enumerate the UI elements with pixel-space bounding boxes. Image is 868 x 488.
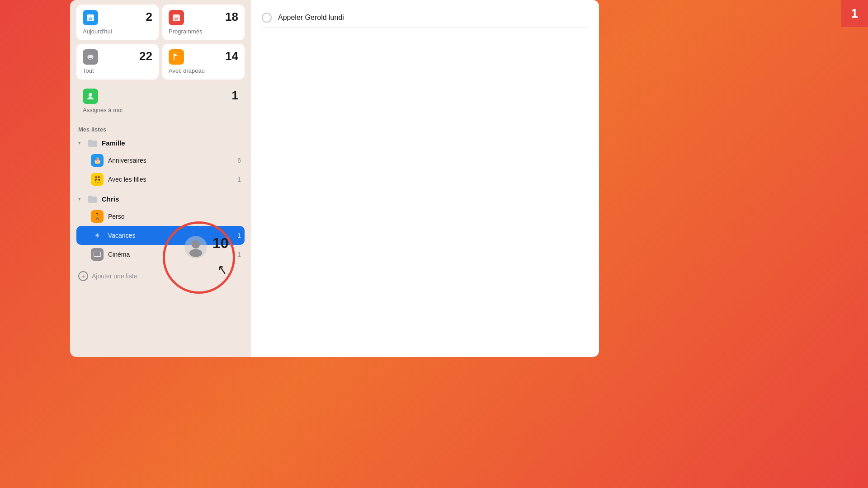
famille-group-name: Famille xyxy=(102,139,125,147)
badge-count: 1 xyxy=(851,6,858,21)
add-list-label: Ajouter une liste xyxy=(92,272,137,280)
aujourd-hui-count: 2 xyxy=(146,10,152,24)
chris-group: ▾ Chris 🚶 Perso ☀ xyxy=(76,191,245,264)
avec-drapeau-label: Avec drapeau xyxy=(169,67,238,74)
famille-chevron-icon: ▾ xyxy=(78,140,84,146)
list-item-cinema[interactable]: Cinéma 1 xyxy=(76,245,245,264)
famille-group-header[interactable]: ▾ Famille xyxy=(76,135,245,151)
main-content: Appeler Gerold lundi xyxy=(251,0,599,357)
svg-rect-7 xyxy=(88,141,97,147)
svg-text:29: 29 xyxy=(89,17,92,20)
famille-group: ▾ Famille 🎂 Anniversaires 6 xyxy=(76,135,245,189)
add-list-icon: + xyxy=(78,271,88,281)
notification-badge: 1 xyxy=(841,0,868,27)
tout-count: 22 xyxy=(139,49,152,63)
anniversaires-name: Anniversaires xyxy=(108,157,233,164)
svg-rect-8 xyxy=(88,140,92,141)
svg-rect-1 xyxy=(87,14,94,17)
avec-les-filles-count: 1 xyxy=(237,176,241,183)
chris-group-name: Chris xyxy=(102,195,119,203)
cinema-count: 1 xyxy=(237,251,241,258)
avec-drapeau-icon xyxy=(169,49,184,65)
add-list-button[interactable]: + Ajouter une liste xyxy=(76,267,245,285)
svg-text:29: 29 xyxy=(175,17,178,20)
avec-les-filles-icon: 👯 xyxy=(91,173,104,186)
avec-les-filles-name: Avec les filles xyxy=(108,176,233,183)
smart-card-tout[interactable]: 22 Tout xyxy=(76,44,159,80)
mes-listes-label: Mes listes xyxy=(76,123,245,135)
svg-point-5 xyxy=(88,55,93,58)
programmes-count: 18 xyxy=(225,10,238,24)
anniversaires-count: 6 xyxy=(237,157,241,164)
chris-group-header[interactable]: ▾ Chris xyxy=(76,191,245,207)
aujourd-hui-label: Aujourd'hui xyxy=(83,28,152,35)
tout-label: Tout xyxy=(83,67,152,74)
smart-card-aujourd-hui[interactable]: 29 2 Aujourd'hui xyxy=(76,5,159,40)
programmes-icon: 29 xyxy=(169,10,184,25)
cinema-icon xyxy=(91,248,104,261)
list-item-perso[interactable]: 🚶 Perso xyxy=(76,207,245,226)
svg-point-6 xyxy=(89,93,92,97)
perso-name: Perso xyxy=(108,213,236,220)
sidebar: 29 2 Aujourd'hui 29 18 xyxy=(70,0,251,357)
programmes-label: Programmés xyxy=(169,28,238,35)
smart-card-avec-drapeau[interactable]: 14 Avec drapeau xyxy=(162,44,245,80)
svg-rect-9 xyxy=(88,197,97,203)
svg-rect-12 xyxy=(94,252,100,256)
task-checkbox[interactable] xyxy=(262,13,272,23)
avec-drapeau-count: 14 xyxy=(225,49,238,63)
assignes-count: 1 xyxy=(232,89,238,103)
aujourd-hui-icon: 29 xyxy=(83,10,98,25)
chris-folder-icon xyxy=(87,193,98,204)
assignes-label: Assignés à moi xyxy=(83,107,238,113)
task-text: Appeler Gerold lundi xyxy=(278,14,344,22)
assignes-icon xyxy=(83,89,98,104)
vacances-name: Vacances xyxy=(108,232,233,239)
task-row[interactable]: Appeler Gerold lundi xyxy=(262,8,588,28)
smart-card-programmes[interactable]: 29 18 Programmés xyxy=(162,5,245,40)
smart-lists-grid: 29 2 Aujourd'hui 29 18 xyxy=(76,5,245,119)
chris-chevron-icon: ▾ xyxy=(78,196,84,202)
list-item-vacances[interactable]: ☀ Vacances 1 xyxy=(76,226,245,245)
perso-icon: 🚶 xyxy=(91,210,104,223)
list-item-avec-les-filles[interactable]: 👯 Avec les filles 1 xyxy=(76,170,245,189)
tout-icon xyxy=(83,49,98,65)
anniversaires-icon: 🎂 xyxy=(91,154,104,167)
svg-rect-10 xyxy=(88,196,92,197)
list-item-anniversaires[interactable]: 🎂 Anniversaires 6 xyxy=(76,151,245,170)
famille-folder-icon xyxy=(87,137,98,148)
smart-card-assignes[interactable]: 1 Assignés à moi xyxy=(76,83,245,119)
vacances-count: 1 xyxy=(237,232,241,239)
vacances-icon: ☀ xyxy=(91,229,104,242)
app-window: 29 2 Aujourd'hui 29 18 xyxy=(70,0,599,357)
cinema-name: Cinéma xyxy=(108,251,233,258)
